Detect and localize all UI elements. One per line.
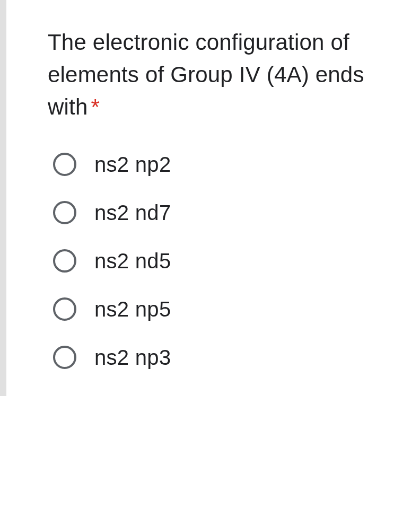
radio-option-2[interactable]: ns2 nd5 (53, 249, 388, 273)
question-text: The electronic configuration of elements… (48, 27, 388, 124)
radio-icon (53, 346, 76, 369)
option-label: ns2 np3 (94, 346, 171, 370)
radio-option-1[interactable]: ns2 nd7 (53, 201, 388, 225)
option-label: ns2 np2 (94, 153, 171, 177)
radio-option-3[interactable]: ns2 np5 (53, 297, 388, 321)
option-label: ns2 nd7 (94, 201, 171, 225)
option-label: ns2 np5 (94, 297, 171, 321)
radio-icon (53, 297, 76, 321)
radio-icon (53, 249, 76, 273)
option-label: ns2 nd5 (94, 249, 171, 273)
radio-option-0[interactable]: ns2 np2 (53, 153, 388, 177)
radio-icon (53, 153, 76, 176)
required-asterisk: * (91, 94, 100, 119)
radio-option-4[interactable]: ns2 np3 (53, 346, 388, 370)
radio-icon (53, 201, 76, 224)
options-list: ns2 np2 ns2 nd7 ns2 nd5 ns2 np5 ns2 np3 (48, 153, 388, 370)
question-card: The electronic configuration of elements… (0, 0, 420, 396)
